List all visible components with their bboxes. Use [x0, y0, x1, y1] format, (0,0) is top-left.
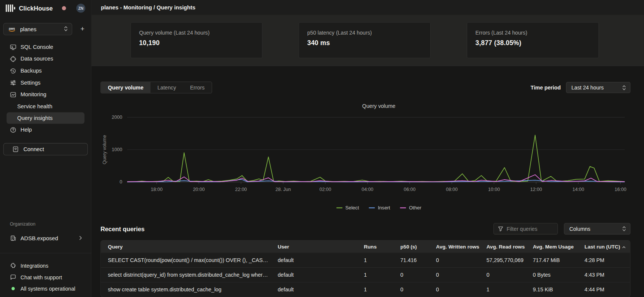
stat-label: p50 latency (Last 24 hours): [307, 30, 422, 36]
cell-p50: 0: [393, 286, 429, 292]
cell-last-run: 4:43 PM: [577, 272, 630, 278]
legend-item-insert[interactable]: Insert: [369, 205, 390, 211]
y-tick-label: 2000: [112, 115, 122, 120]
sidebar-item-backups[interactable]: Backups: [0, 65, 91, 77]
sidebar-item-query-insights[interactable]: Query insights: [6, 112, 84, 124]
cell-user: default: [271, 257, 357, 263]
col-header-last-run[interactable]: Last run (UTC): [577, 244, 630, 249]
legend-item-other[interactable]: Other: [400, 205, 421, 211]
stat-card-errors: Errors (Last 24 hours) 3,877 (38.05%): [467, 22, 599, 58]
sidebar-item-label: Settings: [21, 80, 41, 86]
clickhouse-logo-icon: [6, 5, 15, 12]
stat-label: Query volume (Last 24 hours): [139, 30, 254, 36]
settings-sliders-icon: [10, 79, 16, 86]
stat-label: Errors (Last 24 hours): [475, 30, 590, 36]
columns-label: Columns: [569, 226, 590, 232]
table-row[interactable]: select distrinct(query_id) from system.d…: [101, 267, 630, 282]
organization-item[interactable]: ADSB.exposed: [0, 232, 91, 244]
time-period-label: Time period: [530, 85, 560, 91]
content: Query volume Latency Errors Time period …: [91, 66, 644, 297]
stat-value: 340 ms: [307, 39, 422, 47]
cell-user: default: [271, 272, 357, 278]
x-tick-label: 10:00: [488, 187, 500, 192]
legend-swatch-select: [336, 208, 342, 208]
cell-p50: 71.416: [393, 257, 429, 263]
topbar: planes - Monitoring / Query insights: [91, 0, 644, 15]
col-header-runs[interactable]: Runs: [357, 244, 393, 249]
sidebar-item-settings[interactable]: Settings: [0, 77, 91, 89]
main-panel: planes - Monitoring / Query insights Que…: [91, 0, 644, 297]
tab-errors[interactable]: Errors: [183, 82, 212, 93]
chevron-updown-icon: [64, 26, 68, 33]
monitoring-icon: [10, 91, 16, 98]
sidebar-item-label: Monitoring: [21, 91, 47, 97]
chevron-updown-icon: [618, 226, 626, 232]
sidebar-item-integrations[interactable]: Integrations: [0, 260, 91, 271]
integrations-icon: [10, 262, 16, 269]
sidebar-item-data-sources[interactable]: Data sources: [0, 53, 91, 65]
sidebar-item-label: SQL Console: [21, 44, 53, 50]
sidebar: ClickHouse ZN aws planes +: [0, 0, 91, 297]
col-header-avg-mem-usage[interactable]: Avg. Mem Usage: [526, 244, 577, 249]
filter-queries-input[interactable]: [507, 226, 553, 232]
tab-query-volume[interactable]: Query volume: [101, 82, 150, 93]
col-header-user[interactable]: User: [271, 244, 357, 249]
cell-avg-mem-usage: 9.15 KiB: [526, 286, 577, 292]
x-tick-label: 04:00: [361, 187, 373, 192]
table-row[interactable]: SELECT CAST(round(pow(count() / max(coun…: [101, 253, 630, 267]
x-tick-label: 06:00: [404, 187, 415, 192]
tab-latency[interactable]: Latency: [150, 82, 183, 93]
time-period-value: Last 24 hours: [571, 85, 604, 91]
sidebar-item-monitoring[interactable]: Monitoring: [0, 89, 91, 101]
y-tick-label: 0: [120, 179, 122, 185]
col-header-p50[interactable]: p50 (s): [393, 244, 429, 249]
table-header-row: Query User Runs p50 (s) Avg. Written row…: [101, 241, 630, 253]
sidebar-item-sql-console[interactable]: SQL Console: [0, 41, 91, 53]
status-dot: [12, 287, 15, 290]
metric-tabs: Query volume Latency Errors: [100, 82, 212, 94]
time-period-select[interactable]: Last 24 hours: [566, 82, 630, 93]
x-tick-label: 22:00: [235, 187, 247, 192]
x-tick-label: 18:00: [151, 187, 163, 192]
legend-swatch-insert: [369, 208, 375, 208]
sidebar-item-help[interactable]: Help: [0, 124, 91, 136]
avatar[interactable]: ZN: [76, 4, 85, 13]
sidebar-item-label: Help: [21, 127, 32, 133]
x-tick-label: 02:00: [319, 187, 331, 192]
cell-avg-read-rows: 1: [480, 286, 526, 292]
filter-queries-input-wrap[interactable]: [494, 223, 558, 235]
stat-value: 10,190: [139, 39, 254, 47]
service-name: planes: [20, 26, 64, 32]
x-tick-label: 12:00: [530, 187, 542, 192]
service-selector[interactable]: aws planes: [3, 23, 72, 35]
col-header-last-run-label: Last run (UTC): [585, 244, 620, 249]
col-header-avg-read-rows[interactable]: Avg. Read rows: [480, 244, 526, 249]
stats-band: Query volume (Last 24 hours) 10,190 p50 …: [91, 15, 644, 66]
sidebar-item-label: Service health: [17, 103, 52, 109]
legend-item-select[interactable]: Select: [336, 205, 359, 211]
cell-avg-mem-usage: 717.47 MiB: [526, 257, 577, 263]
col-header-avg-written-rows[interactable]: Avg. Written rows: [429, 244, 480, 249]
recent-queries-header: Recent queries Columns: [100, 223, 630, 235]
chevron-updown-icon: [618, 85, 626, 90]
cell-last-run: 4:44 PM: [577, 286, 630, 292]
sidebar-item-system-status[interactable]: All systems operational: [0, 283, 91, 294]
breadcrumb: planes - Monitoring / Query insights: [101, 5, 195, 11]
chart-controls-row: Query volume Latency Errors Time period …: [100, 82, 630, 94]
cell-query: select distrinct(query_id) from system.d…: [101, 272, 270, 278]
chevron-right-icon: [79, 235, 82, 241]
series-select: [127, 135, 625, 182]
col-header-query[interactable]: Query: [101, 244, 270, 249]
add-service-button[interactable]: +: [77, 25, 88, 33]
sidebar-item-service-health[interactable]: Service health: [0, 100, 91, 112]
sidebar-item-chat-support[interactable]: Chat with support: [0, 271, 91, 283]
connect-icon: [12, 146, 19, 152]
x-tick-label: 28. Jun: [275, 187, 291, 192]
chart-legend: Select Insert Other: [100, 205, 630, 211]
app-title: ClickHouse: [19, 5, 53, 12]
connect-button[interactable]: Connect: [3, 143, 88, 156]
stat-card-p50-latency: p50 latency (Last 24 hours) 340 ms: [299, 22, 431, 58]
sidebar-nav: SQL Console Data sources Backups Setting…: [0, 41, 91, 136]
columns-select[interactable]: Columns: [564, 223, 630, 235]
table-row[interactable]: show create table system.distributed_cac…: [101, 282, 630, 297]
